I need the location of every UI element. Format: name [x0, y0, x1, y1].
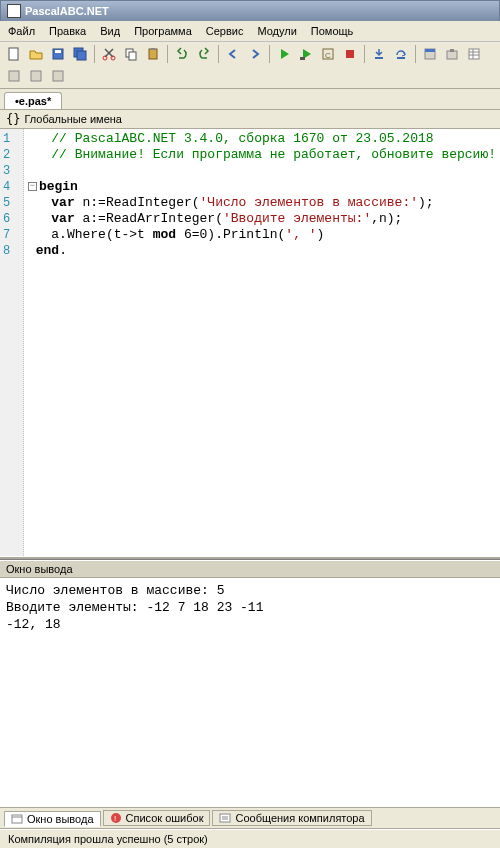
svg-rect-28 — [12, 815, 22, 823]
tab-compiler[interactable]: Сообщения компилятора — [212, 810, 371, 826]
svg-rect-14 — [346, 50, 354, 58]
svg-rect-15 — [375, 57, 383, 59]
menu-edit[interactable]: Правка — [49, 25, 86, 37]
menu-service[interactable]: Сервис — [206, 25, 244, 37]
status-bar: Компиляция прошла успешно (5 строк) — [0, 829, 500, 848]
nav-back-button[interactable] — [223, 44, 243, 64]
properties-button[interactable] — [464, 44, 484, 64]
step-over-button[interactable] — [391, 44, 411, 64]
code-content[interactable]: // PascalABC.NET 3.4.0, сборка 1670 от 2… — [24, 129, 500, 556]
svg-rect-25 — [9, 71, 19, 81]
separator — [167, 45, 168, 63]
menu-view[interactable]: Вид — [100, 25, 120, 37]
bottom-tabs: Окно вывода ! Список ошибок Сообщения ко… — [0, 808, 500, 829]
separator — [218, 45, 219, 63]
svg-rect-21 — [469, 49, 479, 59]
svg-rect-20 — [450, 49, 454, 52]
undo-button[interactable] — [172, 44, 192, 64]
redo-button[interactable] — [194, 44, 214, 64]
tool5-button[interactable] — [26, 66, 46, 86]
svg-rect-2 — [55, 50, 61, 53]
menu-help[interactable]: Помощь — [311, 25, 354, 37]
svg-text:!: ! — [114, 814, 116, 823]
menu-file[interactable]: Файл — [8, 25, 35, 37]
menu-modules[interactable]: Модули — [257, 25, 296, 37]
open-file-button[interactable] — [26, 44, 46, 64]
code-editor[interactable]: 12345678 // PascalABC.NET 3.4.0, сборка … — [0, 129, 500, 556]
step-into-button[interactable] — [369, 44, 389, 64]
output-panel[interactable]: Число элементов в массиве: 5 Вводите эле… — [0, 578, 500, 808]
run-button[interactable] — [274, 44, 294, 64]
compiler-icon — [219, 812, 231, 824]
svg-rect-4 — [77, 51, 86, 60]
error-icon: ! — [110, 812, 122, 824]
file-tab[interactable]: •e.pas* — [4, 92, 62, 109]
separator — [94, 45, 95, 63]
tab-compiler-label: Сообщения компилятора — [235, 812, 364, 824]
menu-program[interactable]: Программа — [134, 25, 192, 37]
save-button[interactable] — [48, 44, 68, 64]
svg-rect-26 — [31, 71, 41, 81]
svg-rect-16 — [397, 57, 405, 59]
menu-bar: Файл Правка Вид Программа Сервис Модули … — [0, 21, 500, 42]
svg-rect-27 — [53, 71, 63, 81]
tool6-button[interactable] — [48, 66, 68, 86]
svg-rect-9 — [149, 49, 157, 59]
svg-rect-0 — [9, 48, 18, 60]
output-panel-title: Окно вывода — [0, 560, 500, 578]
tab-errors-label: Список ошибок — [126, 812, 204, 824]
svg-rect-18 — [425, 49, 435, 52]
paste-button[interactable] — [143, 44, 163, 64]
cut-button[interactable] — [99, 44, 119, 64]
save-all-button[interactable] — [70, 44, 90, 64]
tool4-button[interactable] — [4, 66, 24, 86]
app-icon — [7, 4, 21, 18]
separator — [269, 45, 270, 63]
nav-forward-button[interactable] — [245, 44, 265, 64]
tab-output[interactable]: Окно вывода — [4, 811, 101, 827]
svg-text:C: C — [325, 51, 331, 60]
svg-rect-19 — [447, 51, 457, 59]
form-designer-button[interactable] — [420, 44, 440, 64]
copy-button[interactable] — [121, 44, 141, 64]
tab-errors[interactable]: ! Список ошибок — [103, 810, 211, 826]
separator — [364, 45, 365, 63]
title-bar: PascalABC.NET — [0, 0, 500, 21]
new-file-button[interactable] — [4, 44, 24, 64]
braces-icon: {} — [6, 112, 20, 126]
toolbar: C — [0, 42, 500, 89]
editor-tabs: •e.pas* — [0, 89, 500, 110]
stop-button[interactable] — [340, 44, 360, 64]
globals-dropdown[interactable]: {} Глобальные имена — [0, 110, 500, 129]
app-title: PascalABC.NET — [25, 5, 109, 17]
output-icon — [11, 813, 23, 825]
separator — [415, 45, 416, 63]
run-noconsole-button[interactable] — [296, 44, 316, 64]
compile-button[interactable]: C — [318, 44, 338, 64]
svg-rect-8 — [129, 52, 136, 60]
toolbox-button[interactable] — [442, 44, 462, 64]
tab-output-label: Окно вывода — [27, 813, 94, 825]
line-gutter: 12345678 — [0, 129, 24, 556]
svg-rect-11 — [300, 57, 305, 60]
svg-rect-10 — [151, 48, 155, 50]
svg-rect-32 — [220, 814, 230, 822]
globals-label: Глобальные имена — [24, 113, 122, 125]
